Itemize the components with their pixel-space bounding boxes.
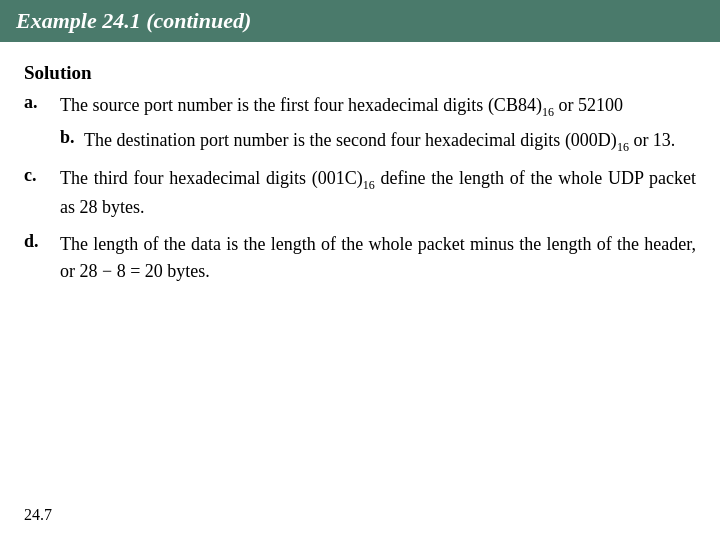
list-label-b: b.	[60, 127, 84, 148]
list-item-a: a. The source port number is the first f…	[24, 92, 696, 155]
list-label-d: d.	[24, 231, 60, 252]
footer: 24.7	[24, 506, 52, 524]
content: Solution a. The source port number is th…	[0, 58, 720, 311]
solution-label: Solution	[24, 62, 696, 84]
list-item-d: d. The length of the data is the length …	[24, 231, 696, 285]
sub-item-b: b. The destination port number is the se…	[60, 127, 675, 156]
list-item-c: c. The third four hexadecimal digits (00…	[24, 165, 696, 221]
list-text-b: The destination port number is the secon…	[84, 127, 675, 156]
list-label-a: a.	[24, 92, 60, 113]
list-label-c: c.	[24, 165, 60, 186]
list-text-a: The source port number is the first four…	[60, 92, 675, 121]
list-text-c: The third four hexadecimal digits (001C)…	[60, 165, 696, 221]
list-text-d: The length of the data is the length of …	[60, 231, 696, 285]
header-title: Example 24.1 (continued)	[16, 8, 251, 33]
header-bar: Example 24.1 (continued)	[0, 0, 720, 42]
